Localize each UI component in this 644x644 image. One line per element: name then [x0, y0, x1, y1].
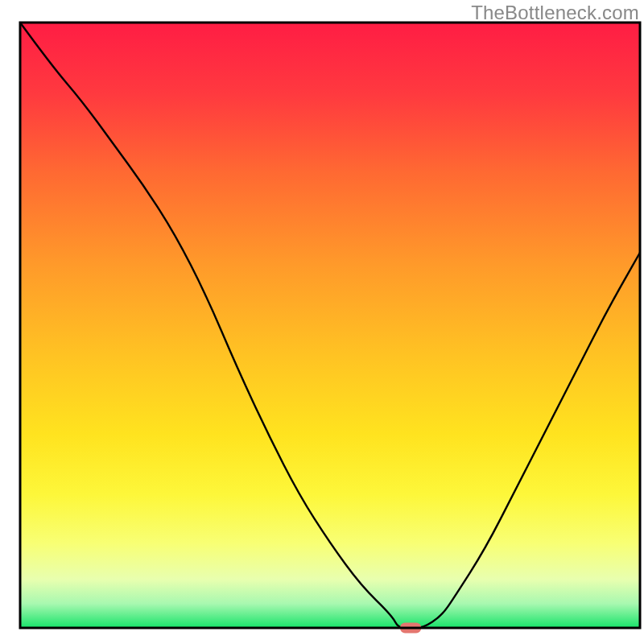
watermark-label: TheBottleneck.com [471, 2, 639, 24]
plot-background [20, 23, 640, 628]
chart-container: TheBottleneck.com [0, 0, 644, 644]
bottleneck-chart [0, 0, 644, 644]
